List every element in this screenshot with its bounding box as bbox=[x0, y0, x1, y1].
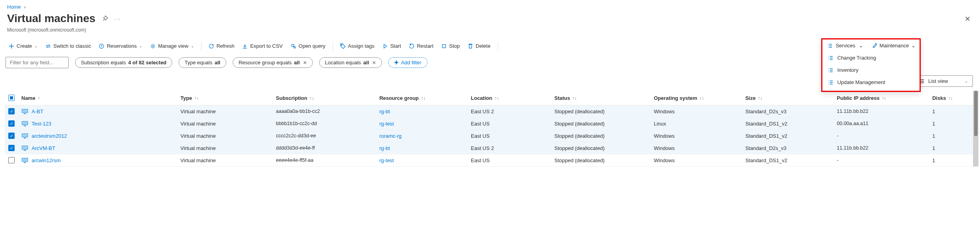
svg-rect-5 bbox=[442, 45, 446, 48]
row-checkbox[interactable] bbox=[8, 133, 15, 139]
col-rg[interactable]: Resource group↑↓ bbox=[376, 94, 468, 103]
rg-link[interactable]: roramc-rg bbox=[379, 133, 401, 139]
sort-icon: ↑↓ bbox=[572, 95, 577, 100]
cell-rg: roramc-rg bbox=[376, 131, 468, 140]
svg-point-4 bbox=[341, 45, 342, 45]
chevron-right-icon: › bbox=[24, 4, 26, 10]
filter-pill-rg[interactable]: Resource group equals all ✕ bbox=[233, 57, 313, 68]
plus-icon bbox=[9, 43, 14, 49]
rg-link[interactable]: rg-test bbox=[379, 121, 394, 127]
sort-icon: ↑↓ bbox=[758, 95, 762, 100]
download-icon bbox=[242, 43, 248, 49]
refresh-button[interactable]: Refresh bbox=[205, 41, 238, 51]
svg-rect-8 bbox=[24, 113, 26, 114]
col-name[interactable]: Name↑ bbox=[18, 94, 177, 103]
row-checkbox[interactable] bbox=[8, 120, 15, 127]
vm-name-link[interactable]: arctestrsm2012 bbox=[32, 133, 67, 139]
col-rg-label: Resource group bbox=[379, 95, 419, 101]
table-row[interactable]: ArcVM-BTVirtual machinedddd3d3d-ee4e-ffr… bbox=[5, 142, 973, 154]
svg-rect-10 bbox=[22, 122, 28, 125]
col-location[interactable]: Location↑↓ bbox=[468, 94, 551, 103]
filter-input[interactable] bbox=[6, 57, 69, 68]
pill-prefix: Type equals bbox=[184, 60, 212, 66]
cell-pip: - bbox=[834, 156, 929, 165]
vm-name-link[interactable]: Test-123 bbox=[32, 121, 51, 127]
table-row[interactable]: arcwin12rsmVirtual machineeeee4e4e-ff5f-… bbox=[5, 154, 973, 167]
manage-view-label: Manage view bbox=[158, 43, 188, 49]
svg-rect-16 bbox=[22, 146, 28, 149]
listview-label: List view bbox=[928, 78, 948, 84]
rg-link[interactable]: rg-bt bbox=[379, 145, 390, 151]
update-mgmt-label: Update Management bbox=[837, 79, 885, 85]
chevron-down-icon: ⌄ bbox=[139, 44, 142, 48]
manage-view-button[interactable]: Manage view ⌄ bbox=[147, 41, 197, 51]
cell-rg: rg-bt bbox=[376, 107, 468, 116]
clear-icon[interactable]: ✕ bbox=[372, 60, 376, 66]
listview-selector[interactable]: List view ⌄ bbox=[914, 75, 973, 87]
assign-tags-button[interactable]: Assign tags bbox=[337, 41, 378, 51]
table-row[interactable]: A-BTVirtual machineaaaa0a0a-bb1b-cc2rg-b… bbox=[5, 105, 973, 118]
col-size-label: Size bbox=[745, 95, 756, 101]
rg-link[interactable]: rg-test bbox=[379, 157, 394, 163]
export-csv-button[interactable]: Export to CSV bbox=[239, 41, 286, 51]
select-all-checkbox[interactable] bbox=[8, 95, 15, 101]
cell-os: Windows bbox=[651, 144, 742, 153]
cell-name: arcwin12rsm bbox=[18, 156, 177, 165]
scrollbar-thumb[interactable] bbox=[974, 91, 978, 136]
switch-classic-button[interactable]: Switch to classic bbox=[42, 41, 94, 51]
col-type[interactable]: Type↑↓ bbox=[177, 94, 273, 103]
col-os[interactable]: Operating system↑↓ bbox=[651, 94, 742, 103]
sort-icon: ↑↓ bbox=[700, 95, 704, 100]
sort-icon: ↑↓ bbox=[495, 95, 499, 100]
vm-name-link[interactable]: ArcVM-BT bbox=[32, 145, 55, 151]
services-item-update-management[interactable]: Update Management bbox=[822, 76, 920, 88]
filter-pill-location[interactable]: Location equals all ✕ bbox=[319, 57, 382, 68]
scrollbar[interactable] bbox=[973, 91, 978, 167]
col-disks[interactable]: Disks↑↓ bbox=[929, 94, 973, 103]
maintenance-label[interactable]: Maintenance bbox=[880, 43, 909, 49]
chevron-down-icon: ⌄ bbox=[911, 43, 916, 49]
open-query-button[interactable]: Open query bbox=[288, 41, 329, 51]
col-status[interactable]: Status↑↓ bbox=[551, 94, 651, 103]
refresh-label: Refresh bbox=[216, 43, 235, 49]
clear-icon[interactable]: ✕ bbox=[303, 60, 307, 66]
services-item-change-tracking[interactable]: Change Tracking bbox=[822, 52, 920, 64]
services-item-inventory[interactable]: Inventory bbox=[822, 64, 920, 76]
play-icon bbox=[382, 43, 388, 49]
restart-button[interactable]: Restart bbox=[406, 41, 436, 51]
toolbar-separator bbox=[201, 42, 201, 51]
col-pip[interactable]: Public IP address↑↓ bbox=[834, 94, 929, 103]
cell-size: Standard_DS1_v2 bbox=[742, 131, 834, 140]
breadcrumb-home[interactable]: Home bbox=[7, 4, 21, 10]
filter-pill-type[interactable]: Type equals all bbox=[179, 57, 226, 68]
create-button[interactable]: Create ⌄ bbox=[6, 41, 41, 51]
filter-pill-subscription[interactable]: Subscription equals 4 of 82 selected bbox=[75, 57, 172, 68]
table-body: A-BTVirtual machineaaaa0a0a-bb1b-cc2rg-b… bbox=[5, 105, 973, 167]
rg-link[interactable]: rg-bt bbox=[379, 109, 390, 114]
cell-name: arctestrsm2012 bbox=[18, 131, 177, 140]
row-checkbox[interactable] bbox=[8, 108, 15, 114]
vm-icon bbox=[21, 145, 28, 151]
stop-button[interactable]: Stop bbox=[438, 41, 463, 51]
delete-button[interactable]: Delete bbox=[465, 41, 494, 51]
table-row[interactable]: arctestrsm2012Virtual machinecccc2c2c-dd… bbox=[5, 130, 973, 142]
col-subscription[interactable]: Subscription↑↓ bbox=[273, 94, 376, 103]
more-icon[interactable]: ··· bbox=[115, 16, 121, 22]
trash-icon bbox=[468, 43, 473, 49]
sort-icon: ↑↓ bbox=[310, 95, 314, 100]
start-button[interactable]: Start bbox=[379, 41, 404, 51]
col-size[interactable]: Size↑↓ bbox=[742, 94, 834, 103]
cell-subscription: eeee4e4e-ff5f-aa bbox=[273, 156, 376, 165]
vm-name-link[interactable]: A-BT bbox=[32, 109, 43, 114]
services-label[interactable]: Services bbox=[836, 43, 856, 49]
row-checkbox[interactable] bbox=[8, 145, 15, 151]
table-row[interactable]: Test-123Virtual machinebbbb1b1b-cc2c-ddr… bbox=[5, 118, 973, 130]
reservations-button[interactable]: Reservations ⌄ bbox=[96, 41, 145, 51]
close-icon[interactable]: ✕ bbox=[962, 12, 973, 26]
cell-pip: 11.11b.bb.b22 bbox=[834, 107, 929, 116]
add-filter-button[interactable]: ✚ Add filter bbox=[388, 57, 427, 68]
vm-name-link[interactable]: arcwin12rsm bbox=[32, 157, 61, 163]
row-checkbox[interactable] bbox=[8, 157, 15, 163]
pin-icon[interactable] bbox=[102, 15, 108, 22]
list-icon bbox=[828, 67, 833, 73]
